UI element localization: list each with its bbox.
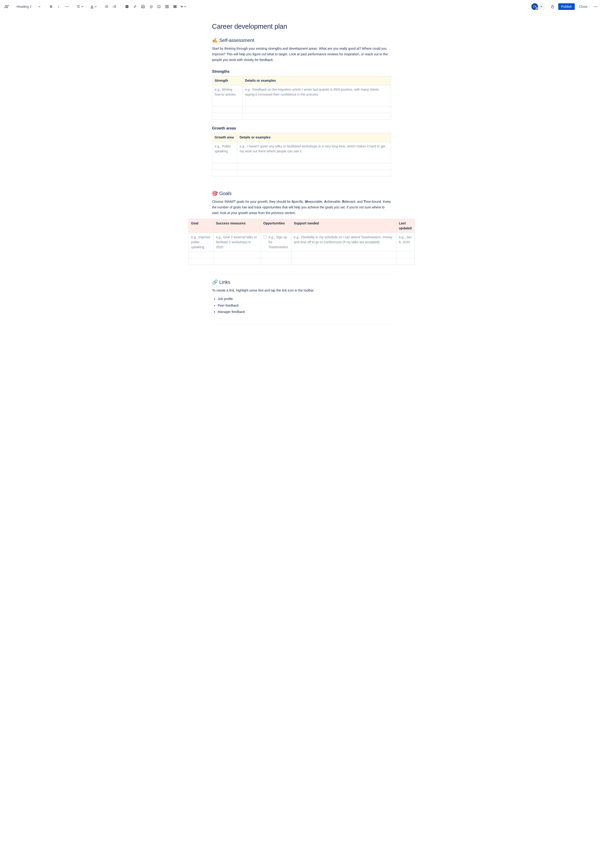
close-button[interactable]: Close bbox=[577, 3, 590, 10]
links-heading[interactable]: 🔗Links bbox=[212, 279, 391, 285]
goals-table[interactable]: Goal Success measures Opportunities Supp… bbox=[189, 219, 414, 265]
self-assessment-intro[interactable]: Start by thinking through your existing … bbox=[212, 46, 391, 63]
link-button[interactable] bbox=[131, 3, 139, 10]
more-formatting-button[interactable] bbox=[63, 3, 71, 10]
mention-button[interactable]: @ bbox=[147, 3, 155, 10]
user-avatar[interactable]: CK ✎ bbox=[531, 3, 538, 10]
table-button[interactable] bbox=[163, 3, 171, 10]
links-intro[interactable]: To create a link, highlight some text an… bbox=[212, 288, 391, 293]
table-cell[interactable]: e.g., Sign up for Toastmasters bbox=[261, 233, 291, 252]
publish-button[interactable]: Publish bbox=[558, 3, 575, 10]
strengths-table[interactable]: Strength Details or examples e.g., Writi… bbox=[212, 76, 391, 120]
emoji-button[interactable] bbox=[155, 3, 163, 10]
chevron-down-icon bbox=[184, 5, 186, 8]
table-cell[interactable]: e.g., I haven't given any talks or facil… bbox=[237, 142, 391, 163]
numbered-list-button[interactable]: 123 bbox=[111, 3, 118, 10]
svg-point-11 bbox=[105, 7, 105, 8]
table-cell[interactable] bbox=[212, 106, 243, 113]
svg-rect-8 bbox=[106, 5, 108, 6]
svg-rect-16 bbox=[114, 6, 116, 7]
goals-col-success[interactable]: Success measures bbox=[213, 219, 261, 233]
svg-rect-18 bbox=[114, 7, 116, 8]
table-cell[interactable]: e.g., Give 2 external talks or facilitat… bbox=[213, 233, 261, 252]
table-cell[interactable]: e.g., Public speaking bbox=[212, 142, 237, 163]
svg-point-9 bbox=[105, 6, 105, 7]
add-collaborator-button[interactable]: + bbox=[538, 4, 544, 9]
table-cell[interactable]: e.g., Writing how-to articles bbox=[212, 85, 243, 106]
list-item[interactable]: Manager feedback bbox=[218, 309, 391, 315]
table-cell[interactable] bbox=[189, 258, 213, 265]
goals-col-updated[interactable]: Last updated bbox=[396, 219, 414, 233]
insert-more-button[interactable] bbox=[179, 3, 187, 10]
more-actions-button[interactable] bbox=[592, 3, 599, 10]
confluence-logo bbox=[4, 4, 9, 9]
page-title[interactable]: Career development plan bbox=[212, 23, 391, 30]
bold-button[interactable]: B bbox=[47, 3, 55, 10]
table-cell[interactable]: e.g., Jan 6, 2020 bbox=[396, 233, 414, 252]
table-cell[interactable]: e.g., Feedback on the migration article … bbox=[243, 85, 391, 106]
table-cell[interactable] bbox=[396, 252, 414, 258]
table-cell[interactable]: e.g., Improve public speaking bbox=[189, 233, 213, 252]
svg-point-32 bbox=[597, 6, 597, 7]
layouts-button[interactable] bbox=[171, 3, 179, 10]
alignment-button[interactable] bbox=[76, 3, 84, 10]
svg-rect-14 bbox=[114, 5, 116, 6]
table-cell[interactable]: e.g., Flexibility in my schedule so I ca… bbox=[291, 233, 396, 252]
table-cell[interactable] bbox=[396, 258, 414, 265]
goals-intro[interactable]: Choose SMART goals for your growth: they… bbox=[212, 199, 391, 216]
svg-text:A: A bbox=[91, 5, 93, 8]
svg-rect-10 bbox=[106, 6, 108, 7]
svg-text:@: @ bbox=[150, 5, 153, 8]
target-icon: 🎯 bbox=[212, 191, 218, 196]
list-item[interactable]: Job profile bbox=[218, 296, 391, 302]
growth-table[interactable]: Growth area Details or examples e.g., Pu… bbox=[212, 133, 391, 176]
table-cell[interactable] bbox=[243, 106, 391, 113]
text-style-selector[interactable]: Heading 2 bbox=[15, 3, 42, 10]
goals-col-opportunities[interactable]: Opportunities bbox=[261, 219, 291, 233]
svg-rect-27 bbox=[173, 5, 175, 8]
checkbox[interactable] bbox=[263, 235, 267, 239]
text-color-button[interactable]: A bbox=[89, 3, 98, 10]
strengths-col-details[interactable]: Details or examples bbox=[243, 76, 391, 85]
strengths-col-strength[interactable]: Strength bbox=[212, 76, 243, 85]
growth-heading[interactable]: Growth areas bbox=[212, 126, 391, 130]
table-cell[interactable] bbox=[213, 258, 261, 265]
bullet-list-button[interactable] bbox=[103, 3, 110, 10]
table-cell[interactable] bbox=[261, 252, 291, 258]
links-list[interactable]: Job profile Peer feedback Manager feedba… bbox=[212, 296, 391, 315]
table-cell[interactable] bbox=[243, 113, 391, 119]
chevron-down-icon bbox=[38, 5, 40, 8]
table-cell[interactable] bbox=[261, 258, 291, 265]
italic-button[interactable]: I bbox=[56, 3, 63, 10]
document-body[interactable]: Career development plan ✍️Self-assessmen… bbox=[212, 13, 391, 348]
growth-col-area[interactable]: Growth area bbox=[212, 133, 237, 142]
strengths-heading[interactable]: Strengths bbox=[212, 70, 391, 74]
divider bbox=[212, 324, 391, 324]
goals-col-goal[interactable]: Goal bbox=[189, 219, 213, 233]
table-cell[interactable] bbox=[189, 252, 213, 258]
table-cell[interactable] bbox=[212, 163, 237, 170]
goals-col-support[interactable]: Support needed bbox=[291, 219, 396, 233]
svg-point-23 bbox=[158, 5, 161, 8]
image-button[interactable] bbox=[139, 3, 147, 10]
list-item[interactable]: Peer feedback bbox=[218, 303, 391, 309]
svg-point-31 bbox=[595, 6, 596, 7]
table-cell[interactable] bbox=[237, 170, 391, 176]
restrictions-button[interactable] bbox=[549, 3, 557, 10]
table-cell[interactable] bbox=[237, 163, 391, 170]
goals-heading[interactable]: 🎯Goals bbox=[212, 190, 391, 196]
table-cell[interactable] bbox=[291, 252, 396, 258]
table-cell[interactable] bbox=[291, 258, 396, 265]
link-emoji-icon: 🔗 bbox=[212, 280, 218, 285]
self-assessment-heading[interactable]: ✍️Self-assessment bbox=[212, 37, 391, 43]
growth-col-details[interactable]: Details or examples bbox=[237, 133, 391, 142]
table-cell[interactable] bbox=[212, 170, 237, 176]
action-item-button[interactable] bbox=[123, 3, 131, 10]
avatar-presence-icon: ✎ bbox=[536, 8, 538, 10]
svg-rect-26 bbox=[165, 5, 169, 8]
svg-point-30 bbox=[594, 6, 595, 7]
table-cell[interactable] bbox=[213, 252, 261, 258]
editor-toolbar: Heading 2 B I A 123 @ bbox=[0, 0, 603, 13]
table-cell[interactable] bbox=[212, 113, 243, 119]
svg-point-4 bbox=[68, 6, 68, 7]
